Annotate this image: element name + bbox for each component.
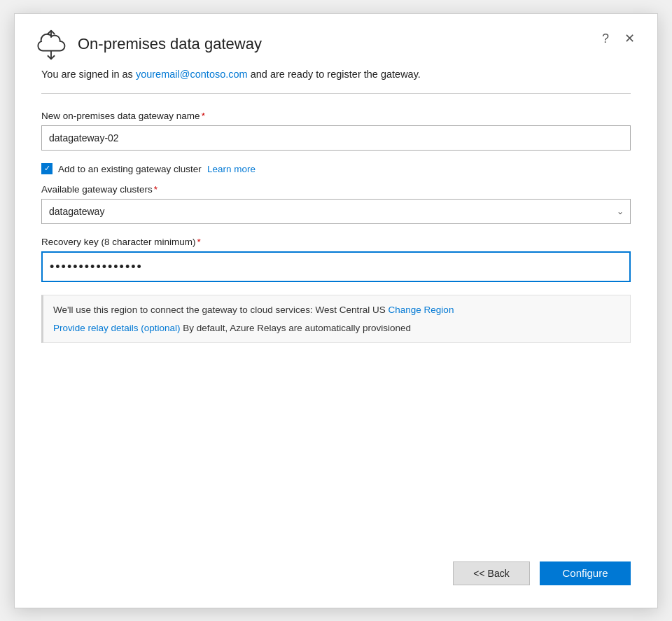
signed-in-suffix: and are ready to register the gateway. (248, 69, 421, 80)
back-button[interactable]: << Back (453, 561, 530, 585)
checkmark-icon: ✓ (44, 165, 50, 172)
configure-button[interactable]: Configure (540, 561, 631, 585)
relay-info: Provide relay details (optional) By defa… (53, 321, 620, 336)
checkbox-label: Add to an existing gateway cluster (58, 164, 202, 174)
dialog-title: On-premises data gateway (78, 35, 262, 53)
gateway-name-label: New on-premises data gateway name* (41, 111, 631, 121)
signed-in-prefix: You are signed in as (41, 69, 136, 80)
region-info-text: We'll use this region to connect the gat… (53, 305, 388, 315)
titlebar-actions: ? ✕ (599, 31, 638, 46)
cluster-label: Available gateway clusters* (41, 184, 631, 195)
help-button[interactable]: ? (599, 31, 612, 46)
dialog-title-left: On-premises data gateway (34, 29, 262, 60)
relay-suffix-text: By default, Azure Relays are automatical… (181, 323, 411, 333)
recovery-key-required: * (197, 237, 201, 247)
gateway-name-required: * (202, 111, 205, 121)
recovery-key-input[interactable] (41, 251, 631, 282)
dialog-container: On-premises data gateway ? ✕ You are sig… (14, 13, 658, 608)
cluster-select-wrapper: datagateway ⌄ (41, 199, 631, 224)
cluster-required: * (154, 184, 158, 195)
learn-more-link[interactable]: Learn more (207, 164, 255, 174)
add-to-cluster-checkbox[interactable]: ✓ (41, 163, 52, 174)
divider (41, 93, 631, 94)
recovery-key-group: Recovery key (8 character minimum)* (41, 237, 631, 282)
dialog-titlebar: On-premises data gateway ? ✕ (15, 14, 657, 67)
gateway-name-input[interactable] (41, 125, 631, 151)
region-info: We'll use this region to connect the gat… (53, 302, 620, 318)
checkbox-row: ✓ Add to an existing gateway cluster Lea… (41, 163, 631, 174)
cloud-gateway-icon (34, 29, 68, 60)
cluster-group: Available gateway clusters* datagateway … (41, 184, 631, 224)
info-box: We'll use this region to connect the gat… (41, 295, 631, 343)
change-region-link[interactable]: Change Region (388, 305, 454, 315)
relay-details-link[interactable]: Provide relay details (optional) (53, 323, 181, 333)
gateway-name-group: New on-premises data gateway name* (41, 111, 631, 151)
dialog-footer: << Back Configure (15, 545, 657, 608)
close-button[interactable]: ✕ (622, 31, 638, 46)
dialog-body: You are signed in as youremail@contoso.c… (15, 67, 657, 545)
recovery-key-label: Recovery key (8 character minimum)* (41, 237, 631, 247)
signed-in-text: You are signed in as youremail@contoso.c… (41, 67, 631, 83)
signed-in-email: youremail@contoso.com (136, 69, 248, 80)
cluster-select[interactable]: datagateway (41, 199, 631, 224)
